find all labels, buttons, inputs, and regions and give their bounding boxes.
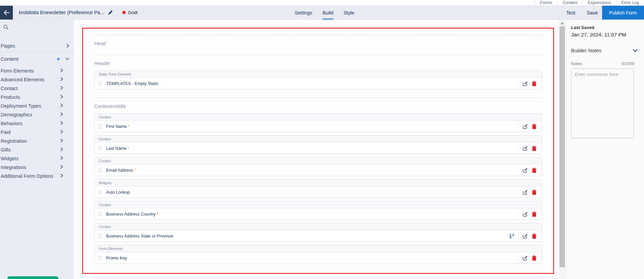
delete-icon[interactable] (532, 124, 537, 129)
top-nav: FormsContentExpressionsError Log (0, 0, 644, 6)
card-actions (518, 255, 537, 261)
sidebar-item-integrations[interactable]: Integrations (0, 163, 74, 172)
branch-logic-icon[interactable] (509, 233, 515, 239)
sidebar-item-label: Gifts (1, 147, 11, 152)
card-label: Last Name* (106, 146, 129, 151)
save-button[interactable]: Save (587, 10, 598, 16)
back-button[interactable] (0, 6, 13, 20)
card-category-label: Contact (95, 223, 542, 230)
delete-icon[interactable] (532, 190, 537, 195)
edit-icon[interactable] (522, 255, 528, 261)
canvas-highlight-box[interactable]: HeadHeaderStatic Form ElementTEMPLATES -… (82, 28, 554, 274)
drag-handle-icon[interactable] (99, 256, 102, 260)
sidebar-item-gifts[interactable]: Gifts (0, 145, 74, 154)
publish-form-button[interactable]: Publish Form (602, 6, 644, 20)
delete-icon[interactable] (532, 212, 537, 217)
tab-settings[interactable]: Settings (295, 6, 312, 20)
form-element-card-templates-empty-static[interactable]: Static Form ElementTEMPLATES - Empty Sta… (94, 71, 542, 89)
delete-icon[interactable] (532, 233, 537, 239)
mode-tabs: SettingsBuildStyle (295, 6, 354, 20)
form-element-card-first-name[interactable]: ContactFirst Name* (94, 113, 542, 132)
tab-build[interactable]: Build (322, 6, 333, 20)
chevron-right-icon (60, 138, 64, 143)
delete-icon[interactable] (532, 146, 537, 151)
actions-divider (518, 190, 519, 195)
form-element-card-business-address-state-or-province[interactable]: ContactBusiness Address State or Provinc… (94, 223, 542, 242)
drag-handle-icon[interactable] (99, 124, 102, 129)
card-actions (518, 123, 537, 129)
sidebar-item-products[interactable]: Products (0, 93, 74, 102)
delete-icon[interactable] (532, 81, 537, 86)
form-element-card-last-name[interactable]: ContactLast Name* (94, 135, 542, 154)
builder-notes-toggle[interactable]: Builder Notes (571, 48, 644, 53)
sidebar-item-behaviors[interactable]: Behaviors (0, 119, 74, 128)
edit-icon[interactable] (522, 145, 528, 151)
notes-input[interactable] (571, 68, 634, 138)
last-saved-value: Jan 27, 2024, 11:07 PM (571, 32, 644, 38)
edit-icon[interactable] (522, 81, 528, 86)
top-nav-tab-forms[interactable]: Forms (535, 0, 557, 5)
drag-handle-icon[interactable] (99, 146, 102, 150)
builder-notes-label: Builder Notes (571, 48, 601, 53)
bottom-green-button[interactable] (7, 276, 58, 279)
tab-style[interactable]: Style (344, 6, 354, 20)
card-label: Email Address* (106, 168, 136, 173)
edit-icon[interactable] (522, 189, 528, 195)
drag-handle-icon[interactable] (99, 168, 102, 172)
edit-title-icon[interactable] (108, 10, 113, 15)
card-label: Promo Key (106, 256, 127, 260)
actions-divider (518, 124, 519, 129)
chevron-right-icon (60, 85, 64, 91)
top-nav-tab-expressions[interactable]: Expressions (583, 0, 616, 5)
card-category-label: Widgets (95, 179, 542, 187)
add-content-icon[interactable]: + (56, 56, 60, 62)
edit-icon[interactable] (522, 211, 528, 217)
top-nav-tab-error-log[interactable]: Error Log (616, 0, 644, 5)
card-actions (518, 211, 537, 217)
back-arrow-icon (3, 10, 10, 16)
sidebar-item-widgets[interactable]: Widgets (0, 154, 74, 163)
delete-icon[interactable] (532, 168, 537, 173)
sidebar-item-advanced-elements[interactable]: Advanced Elements (0, 75, 74, 84)
sidebar-item-label: Additional Form Options (1, 173, 53, 179)
actions-divider (518, 146, 519, 151)
left-sidebar: Pages Content + Form ElementsAdvanced El… (0, 20, 74, 279)
scrollbar-up-arrow-icon[interactable] (561, 22, 564, 24)
sidebar-item-paid[interactable]: Paid (0, 128, 74, 137)
section-label: Header (94, 60, 542, 66)
sidebar-item-label: Widgets (1, 156, 18, 161)
drag-handle-icon[interactable] (99, 212, 102, 216)
sidebar-item-pages[interactable]: Pages (0, 40, 74, 52)
chevron-down-icon[interactable] (65, 57, 70, 61)
sidebar-item-additional-form-options[interactable]: Additional Form Options (0, 172, 74, 180)
sidebar-item-label: Behaviors (1, 121, 22, 126)
card-category-label: Form Elements (95, 245, 542, 252)
chevron-down-icon[interactable] (633, 49, 638, 53)
form-element-card-business-address-country[interactable]: ContactBusiness Address Country* (94, 201, 542, 220)
sidebar-item-content[interactable]: Content + (0, 53, 74, 65)
drag-handle-icon[interactable] (99, 81, 102, 86)
delete-icon[interactable] (532, 255, 537, 261)
chevron-right-icon (60, 130, 64, 134)
form-element-card-email-address[interactable]: ContactEmail Address* (94, 157, 542, 176)
form-element-card-auto-lookup[interactable]: WidgetsAuto Lookup (94, 179, 542, 198)
scrollbar-thumb[interactable] (560, 26, 565, 267)
top-nav-tab-content[interactable]: Content (557, 0, 583, 5)
form-title: krobilotta Enewsletter (Preference Pa... (19, 10, 104, 15)
drag-handle-icon[interactable] (99, 190, 102, 194)
sidebar-item-registration[interactable]: Registration (0, 137, 74, 145)
canvas-section-header: HeaderStatic Form ElementTEMPLATES - Emp… (94, 55, 542, 89)
edit-icon[interactable] (522, 233, 528, 239)
edit-icon[interactable] (522, 167, 528, 173)
chevron-right-icon (60, 112, 64, 118)
form-element-card-promo-key[interactable]: Form ElementsPromo Key (94, 245, 542, 264)
sidebar-item-contact[interactable]: Contact (0, 84, 74, 93)
test-button[interactable]: Test (566, 10, 575, 16)
edit-icon[interactable] (522, 123, 528, 129)
canvas-scrollbar[interactable] (559, 20, 566, 279)
sidebar-item-form-elements[interactable]: Form Elements (0, 66, 74, 75)
drag-handle-icon[interactable] (99, 234, 102, 238)
sidebar-item-demographics[interactable]: Demographics (0, 110, 74, 119)
sidebar-item-deployment-types[interactable]: Deployment Types (0, 102, 74, 110)
sidebar-search[interactable] (0, 24, 74, 32)
